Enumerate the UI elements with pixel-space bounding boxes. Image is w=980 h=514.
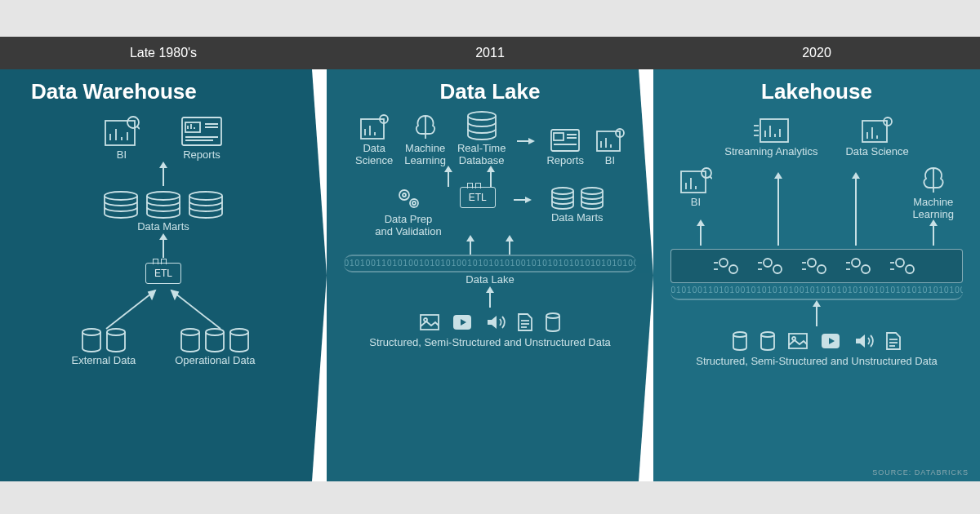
- bi-chart-icon: [679, 166, 712, 194]
- svg-point-100: [906, 265, 914, 273]
- svg-point-54: [581, 188, 603, 194]
- title-warehouse: Data Warehouse: [8, 79, 318, 104]
- node-reports: Reports: [180, 116, 223, 162]
- lakehouse-wave: 0101001101010010101010100101010101010010…: [670, 282, 962, 300]
- video-icon: [452, 313, 473, 331]
- bi-chart-icon: [104, 116, 140, 147]
- cylinder-icon: [105, 328, 127, 352]
- svg-rect-38: [554, 133, 564, 140]
- source-attribution: SOURCE: DATABRICKS: [872, 468, 969, 476]
- cylinder-icon: [188, 191, 224, 219]
- data-lake-wave: 0101001101010010101010010101010100101010…: [344, 255, 635, 273]
- svg-point-50: [412, 202, 416, 205]
- cylinder-icon: [145, 191, 181, 219]
- era-year-2: 2011: [327, 37, 653, 69]
- node-external-data: External Data: [71, 328, 136, 367]
- arrow-icon: [509, 240, 510, 255]
- arrow-icon: [816, 305, 817, 326]
- chart-bulb-icon: [359, 114, 389, 140]
- cylinder-icon: [760, 331, 776, 351]
- node-bi-3: BI: [679, 166, 712, 209]
- image-icon: [419, 313, 440, 331]
- svg-point-84: [729, 265, 737, 273]
- arrow-icon: [163, 166, 164, 186]
- svg-point-18: [189, 192, 222, 200]
- processing-layer: [670, 249, 962, 283]
- svg-point-17: [147, 192, 180, 200]
- svg-point-95: [852, 259, 860, 267]
- svg-point-24: [107, 329, 125, 335]
- source-icons: [419, 312, 561, 332]
- era-year-1: Late 1980's: [0, 37, 327, 69]
- node-etl: ETL: [145, 263, 181, 284]
- cylinder-icon: [732, 331, 748, 351]
- svg-point-104: [761, 332, 774, 337]
- svg-point-53: [552, 188, 573, 194]
- node-data-science: Data Science: [355, 114, 393, 167]
- arrow-icon: [777, 177, 779, 246]
- audio-icon: [484, 313, 506, 331]
- era-year-3: 2020: [653, 37, 980, 69]
- arrow-icon: [490, 171, 492, 187]
- svg-point-25: [181, 329, 199, 335]
- svg-point-91: [808, 259, 816, 267]
- cylinder-icon: [545, 312, 561, 332]
- gears-icon: [756, 255, 789, 277]
- node-bi: BI: [104, 116, 140, 162]
- cylinder-icon: [550, 187, 576, 210]
- node-data-marts-2: Data Marts: [550, 187, 605, 224]
- node-ml: Machine Learning: [404, 114, 446, 167]
- panel-data-warehouse: Data Warehouse BI Reports Data Marts ETL…: [0, 69, 327, 481]
- node-bi-2: BI: [595, 128, 625, 167]
- svg-point-103: [733, 332, 746, 337]
- chart-bulb-icon: [861, 116, 893, 144]
- svg-point-99: [896, 259, 904, 267]
- svg-point-49: [410, 199, 418, 207]
- arrow-icon: [489, 291, 491, 308]
- source-icons-3: [732, 331, 902, 351]
- bi-chart-icon: [595, 128, 625, 153]
- svg-marker-22: [172, 290, 178, 299]
- gears-icon: [800, 255, 833, 277]
- svg-point-83: [719, 259, 728, 267]
- cylinder-icon: [103, 191, 139, 219]
- cylinder-icon: [229, 328, 250, 352]
- image-icon: [787, 332, 808, 350]
- svg-point-75: [884, 117, 892, 126]
- svg-line-21: [172, 290, 220, 329]
- document-icon: [517, 312, 533, 332]
- reports-icon: [550, 128, 581, 153]
- node-data-marts: Data Marts: [103, 191, 224, 233]
- streaming-icon: [752, 116, 790, 144]
- gears-icon: [394, 187, 422, 211]
- svg-rect-71: [862, 121, 887, 142]
- video-icon: [820, 332, 841, 350]
- arrow-icon: [855, 177, 857, 246]
- node-reports-2: Reports: [546, 128, 584, 167]
- node-etl-2: ETL: [460, 187, 496, 208]
- svg-point-23: [82, 329, 100, 335]
- svg-line-6: [137, 126, 140, 129]
- arrow-icon: [933, 224, 934, 246]
- svg-point-26: [206, 329, 224, 335]
- svg-point-88: [773, 265, 782, 273]
- era-header: Late 1980's 2011 2020: [0, 37, 980, 69]
- gears-icon: [712, 255, 745, 277]
- cylinder-icon: [81, 328, 102, 352]
- svg-point-87: [764, 259, 772, 267]
- arrow-icon: [448, 171, 449, 187]
- svg-line-19: [106, 290, 155, 329]
- svg-point-96: [862, 265, 870, 273]
- svg-marker-36: [528, 138, 535, 144]
- svg-marker-52: [525, 197, 532, 203]
- node-realtime-db: Real-Time Database: [457, 111, 506, 167]
- audio-icon: [853, 332, 874, 350]
- brain-icon: [919, 166, 948, 194]
- node-data-science-3: Data Science: [845, 116, 908, 158]
- svg-point-5: [127, 117, 139, 128]
- svg-point-62: [546, 313, 559, 318]
- diagonal-arrows: [57, 284, 270, 333]
- panel-lakehouse: Lakehouse Streaming Analytics Data Scien…: [653, 69, 980, 481]
- node-data-prep: Data Prep and Validation: [375, 187, 441, 238]
- title-lakehouse: Lakehouse: [662, 79, 972, 104]
